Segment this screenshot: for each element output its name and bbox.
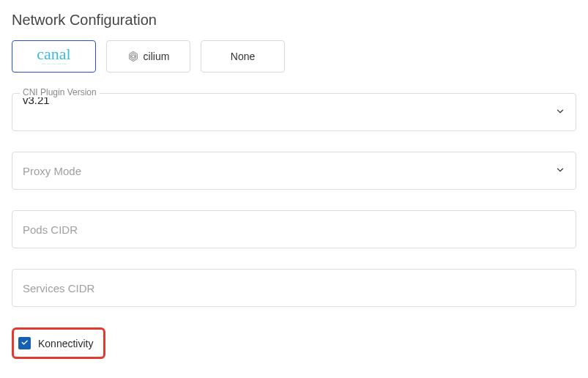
konnectivity-label: Konnectivity <box>38 338 93 349</box>
services-cidr-field[interactable] <box>12 269 576 307</box>
cni-option-canal[interactable]: canal ∼∼∼∼∼ <box>12 40 96 73</box>
cni-version-label: CNI Plugin Version <box>20 87 100 97</box>
pods-cidr-input[interactable] <box>23 211 565 248</box>
cni-option-row: canal ∼∼∼∼∼ cilium None <box>12 40 576 73</box>
konnectivity-checkbox-row[interactable]: Konnectivity <box>12 327 105 359</box>
canal-wave-icon: ∼∼∼∼∼ <box>41 61 67 67</box>
cilium-label: cilium <box>144 51 170 62</box>
cni-version-value: v3.21 <box>23 94 555 130</box>
pods-cidr-field[interactable] <box>12 210 576 248</box>
svg-point-1 <box>131 55 134 58</box>
konnectivity-checkbox[interactable] <box>18 337 31 349</box>
proxy-mode-select[interactable] <box>12 152 576 190</box>
page-title: Network Configuration <box>12 12 576 29</box>
services-cidr-input[interactable] <box>23 270 565 306</box>
cni-option-cilium[interactable]: cilium <box>106 40 190 73</box>
cni-option-none[interactable]: None <box>201 40 285 73</box>
chevron-down-icon <box>555 106 565 119</box>
proxy-mode-input[interactable] <box>23 152 555 189</box>
none-label: None <box>231 51 255 62</box>
cilium-logo-icon <box>127 51 139 62</box>
chevron-down-icon <box>555 165 565 177</box>
cni-version-select[interactable]: CNI Plugin Version v3.21 <box>12 93 576 131</box>
check-icon <box>21 338 29 348</box>
canal-logo-icon: canal ∼∼∼∼∼ <box>37 46 70 67</box>
